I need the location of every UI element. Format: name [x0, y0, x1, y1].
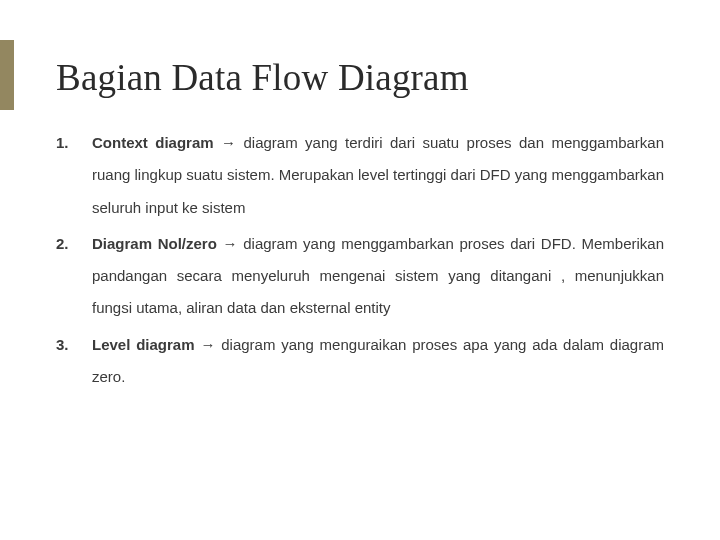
item-body: Level diagram → diagram yang menguraikan…: [92, 329, 664, 394]
list-item: 2. Diagram Nol/zero → diagram yang mengg…: [56, 228, 664, 325]
item-body: Context diagram → diagram yang terdiri d…: [92, 127, 664, 224]
item-number: 1.: [56, 127, 92, 159]
arrow-icon: →: [221, 134, 236, 151]
list-item: 1. Context diagram → diagram yang terdir…: [56, 127, 664, 224]
arrow-icon: →: [223, 235, 238, 252]
item-number: 3.: [56, 329, 92, 361]
item-term: Diagram Nol/zero: [92, 235, 217, 252]
numbered-list: 1. Context diagram → diagram yang terdir…: [56, 127, 664, 393]
item-number: 2.: [56, 228, 92, 260]
slide-title: Bagian Data Flow Diagram: [56, 56, 664, 99]
arrow-icon: →: [200, 336, 215, 353]
list-item: 3. Level diagram → diagram yang mengurai…: [56, 329, 664, 394]
item-term: Level diagram: [92, 336, 195, 353]
accent-bar: [0, 40, 14, 110]
item-term: Context diagram: [92, 134, 214, 151]
item-body: Diagram Nol/zero → diagram yang menggamb…: [92, 228, 664, 325]
